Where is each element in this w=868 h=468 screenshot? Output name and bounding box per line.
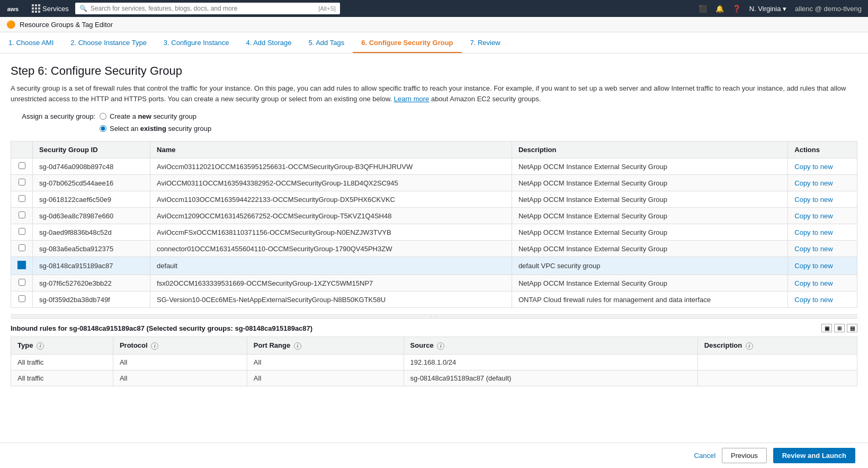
user-menu[interactable]: allenc @ demo-tlveng bbox=[795, 5, 862, 13]
wizard-step-7[interactable]: 7. Review bbox=[462, 39, 509, 53]
inbound-rules-title: Inbound rules for sg-08148ca915189ac87 (… bbox=[11, 324, 312, 332]
col-description: Description bbox=[512, 142, 788, 158]
row-checkbox[interactable] bbox=[11, 224, 33, 241]
sg-action-cell[interactable]: Copy to new bbox=[788, 191, 857, 208]
sg-name-cell: connector01OCCM1631455604110-OCCMSecurit… bbox=[150, 241, 512, 257]
sg-name-cell: default bbox=[150, 257, 512, 275]
table-row[interactable]: sg-0d63ea8c78987e660 AviOccm1209OCCM1631… bbox=[11, 208, 857, 224]
grid-menu-button[interactable]: Services bbox=[32, 4, 69, 13]
select-existing-row: Select an existing security group bbox=[100, 125, 857, 133]
sg-action-cell[interactable]: Copy to new bbox=[788, 275, 857, 292]
region-selector[interactable]: N. Virginia ▾ bbox=[749, 5, 786, 13]
table-row[interactable]: sg-0f359d2ba38db749f SG-Version10-0CEc6M… bbox=[11, 292, 857, 308]
page-description: A security group is a set of firewall ru… bbox=[11, 83, 857, 104]
source-info-icon[interactable]: i bbox=[437, 342, 444, 350]
sg-id-cell: sg-0f359d2ba38db749f bbox=[33, 292, 150, 308]
table-row[interactable]: sg-08148ca915189ac87 default default VPC… bbox=[11, 257, 857, 275]
unchecked-checkbox[interactable] bbox=[19, 179, 25, 186]
copy-to-new-link[interactable]: Copy to new bbox=[794, 163, 833, 171]
resource-groups-bar: 🟠 Resource Groups & Tag Editor bbox=[0, 17, 868, 32]
row-checkbox[interactable] bbox=[11, 175, 33, 191]
table-row[interactable]: sg-07b0625cd544aee16 AviOCCM0311OCCM1635… bbox=[11, 175, 857, 191]
port-info-icon[interactable]: i bbox=[294, 342, 301, 350]
wizard-step-1[interactable]: 1. Choose AMI bbox=[8, 39, 62, 53]
view-icon-1[interactable]: ▣ bbox=[821, 324, 832, 332]
sg-action-cell[interactable]: Copy to new bbox=[788, 224, 857, 241]
table-row[interactable]: sg-0d746a0908b897c48 AviOccm03112021OCCM… bbox=[11, 158, 857, 175]
select-existing-radio[interactable] bbox=[100, 125, 106, 132]
learn-more-link[interactable]: Learn more bbox=[394, 95, 429, 103]
create-new-option[interactable]: Create a new security group bbox=[100, 112, 196, 120]
assign-label: Assign a security group: bbox=[11, 112, 95, 120]
unchecked-checkbox[interactable] bbox=[19, 195, 25, 202]
view-icon-3[interactable]: ▤ bbox=[847, 324, 857, 332]
col-port-range: Port Range i bbox=[247, 337, 404, 355]
select-existing-option[interactable]: Select an existing security group bbox=[100, 125, 211, 133]
row-checkbox[interactable] bbox=[11, 158, 33, 175]
sg-name-cell: AviOccmFSxOCCM1638110371156-OCCMSecurity… bbox=[150, 224, 512, 241]
resource-groups-label[interactable]: Resource Groups & Tag Editor bbox=[20, 21, 113, 29]
row-checkbox[interactable] bbox=[11, 208, 33, 224]
sg-action-cell[interactable]: Copy to new bbox=[788, 175, 857, 191]
row-checkbox[interactable] bbox=[11, 292, 33, 308]
global-search-box[interactable]: 🔍 [Alt+S] bbox=[75, 3, 340, 14]
unchecked-checkbox[interactable] bbox=[19, 295, 25, 302]
page-title: Step 6: Configure Security Group bbox=[11, 64, 857, 78]
protocol-info-icon[interactable]: i bbox=[151, 342, 158, 350]
unchecked-checkbox[interactable] bbox=[19, 244, 25, 251]
terminal-icon[interactable]: ⬛ bbox=[699, 5, 707, 13]
sg-action-cell[interactable]: Copy to new bbox=[788, 158, 857, 175]
table-row[interactable]: sg-0aed9f8836b48c52d AviOccmFSxOCCM16381… bbox=[11, 224, 857, 241]
resize-handle[interactable]: · · · bbox=[11, 314, 857, 319]
checked-checkbox[interactable] bbox=[17, 261, 26, 269]
sg-action-cell[interactable]: Copy to new bbox=[788, 208, 857, 224]
copy-to-new-link[interactable]: Copy to new bbox=[794, 262, 833, 270]
table-row[interactable]: sg-083a6ea5cba912375 connector01OCCM1631… bbox=[11, 241, 857, 257]
create-new-radio[interactable] bbox=[100, 113, 106, 120]
search-input[interactable] bbox=[91, 5, 315, 12]
table-row[interactable]: sg-0618122caef6c50e9 AviOccm1103OCCM1635… bbox=[11, 191, 857, 208]
bell-icon[interactable]: 🔔 bbox=[715, 5, 724, 13]
row-checkbox[interactable] bbox=[11, 241, 33, 257]
rule-type: All traffic bbox=[11, 370, 113, 386]
inbound-rules-table: Type i Protocol i Port Range i Source i … bbox=[11, 337, 857, 386]
sg-id-cell: sg-08148ca915189ac87 bbox=[33, 257, 150, 275]
copy-to-new-link[interactable]: Copy to new bbox=[794, 179, 833, 187]
sg-action-cell[interactable]: Copy to new bbox=[788, 257, 857, 275]
resource-groups-icon: 🟠 bbox=[6, 20, 15, 29]
copy-to-new-link[interactable]: Copy to new bbox=[794, 196, 833, 204]
view-icon-2[interactable]: ⊞ bbox=[834, 324, 845, 332]
copy-to-new-link[interactable]: Copy to new bbox=[794, 279, 833, 287]
unchecked-checkbox[interactable] bbox=[19, 162, 25, 169]
rule-description bbox=[697, 354, 857, 370]
unchecked-checkbox[interactable] bbox=[19, 228, 25, 235]
wizard-step-6[interactable]: 6. Configure Security Group bbox=[353, 39, 461, 53]
wizard-step-5[interactable]: 5. Add Tags bbox=[300, 39, 353, 53]
nav-right: ⬛ 🔔 ❓ N. Virginia ▾ allenc @ demo-tlveng bbox=[699, 5, 862, 13]
wizard-step-2[interactable]: 2. Choose Instance Type bbox=[62, 39, 155, 53]
sg-description-cell: ONTAP Cloud firewall rules for managemen… bbox=[512, 292, 788, 308]
sg-id-cell: sg-0d746a0908b897c48 bbox=[33, 158, 150, 175]
table-row[interactable]: sg-07f6c527620e3bb22 fsx02OCCM1633339531… bbox=[11, 275, 857, 292]
row-checkbox[interactable] bbox=[11, 275, 33, 292]
sg-id-cell: sg-0618122caef6c50e9 bbox=[33, 191, 150, 208]
unchecked-checkbox[interactable] bbox=[19, 211, 25, 218]
sg-action-cell[interactable]: Copy to new bbox=[788, 241, 857, 257]
copy-to-new-link[interactable]: Copy to new bbox=[794, 228, 833, 236]
inbound-rules-header: Inbound rules for sg-08148ca915189ac87 (… bbox=[11, 319, 857, 337]
wizard-step-4[interactable]: 4. Add Storage bbox=[237, 39, 300, 53]
desc-info-icon[interactable]: i bbox=[746, 342, 753, 350]
sg-description-cell: default VPC security group bbox=[512, 257, 788, 275]
copy-to-new-link[interactable]: Copy to new bbox=[794, 245, 833, 253]
type-info-icon[interactable]: i bbox=[37, 342, 44, 350]
sg-name-cell: AviOccm03112021OCCM1635951256631-OCCMSec… bbox=[150, 158, 512, 175]
copy-to-new-link[interactable]: Copy to new bbox=[794, 212, 833, 220]
row-checkbox[interactable] bbox=[11, 191, 33, 208]
help-icon[interactable]: ❓ bbox=[732, 5, 741, 13]
wizard-step-3[interactable]: 3. Configure Instance bbox=[155, 39, 238, 53]
main-content: Step 6: Configure Security Group A secur… bbox=[0, 54, 868, 397]
sg-action-cell[interactable]: Copy to new bbox=[788, 292, 857, 308]
copy-to-new-link[interactable]: Copy to new bbox=[794, 296, 833, 304]
row-checkbox[interactable] bbox=[11, 257, 33, 275]
unchecked-checkbox[interactable] bbox=[19, 279, 25, 286]
